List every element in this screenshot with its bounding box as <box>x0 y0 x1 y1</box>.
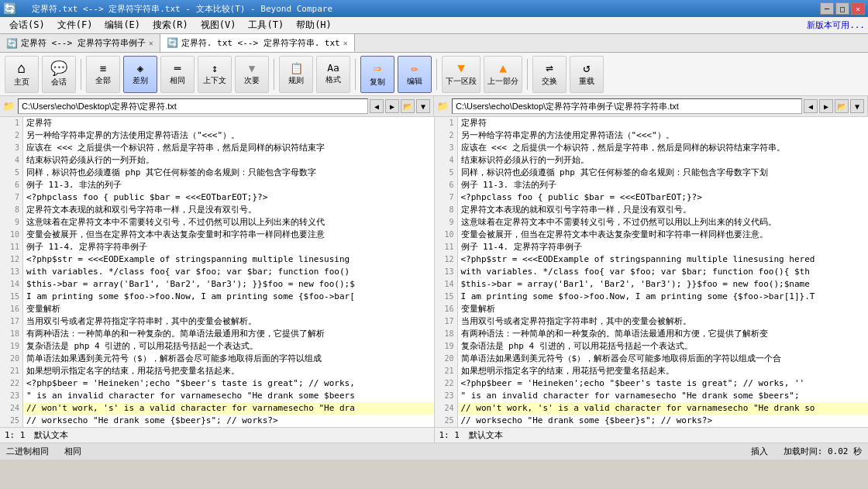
tab-2-label: 定界符. txt <--> 定界符字符串. txt <box>181 37 340 49</box>
bottom-same-status: 相同 <box>64 446 81 457</box>
code-line[interactable]: 同样，标识符也必须遵循 php 其它任何标签的命名规则：只能包含字母数字 <box>23 167 434 179</box>
context-button[interactable]: ↕ 上下文 <box>198 56 232 93</box>
tab-1-close[interactable]: ✕ <box>149 39 153 47</box>
code-line[interactable]: 变量解析 <box>23 303 434 315</box>
code-line[interactable]: 复杂语法是 php 4 引进的，可以用花括号括起一个表达式。 <box>23 340 434 353</box>
same-button[interactable]: ═ 相同 <box>160 56 195 93</box>
rules-button[interactable]: 📋 规则 <box>279 56 313 93</box>
code-line[interactable]: 例子 11-3. 非法的列子 <box>458 179 869 191</box>
code-line[interactable]: I am printing some $foo->foo.Now, I am p… <box>458 291 869 303</box>
menu-help[interactable]: 帮助(H) <box>290 17 338 33</box>
diff-button[interactable]: ◈ 差别 <box>123 56 157 93</box>
next-section-button[interactable]: ▼ 下一区段 <box>442 56 480 93</box>
menu-search[interactable]: 搜索(R) <box>146 17 195 33</box>
all-button[interactable]: ≡ 全部 <box>86 56 120 93</box>
code-line[interactable]: 应该在 <<< 之后提供一个标识符，然后是字符串，然后是同样的标识符结束字符串。 <box>458 142 869 154</box>
line-number: 15 <box>0 291 22 303</box>
code-line[interactable]: <?php$beer = 'Heineken';echo "$beer's ta… <box>458 377 869 390</box>
code-line[interactable]: 定界符 <box>458 117 869 129</box>
code-line[interactable]: <?php$str = <<<EODExample of stringspann… <box>23 253 434 266</box>
code-line[interactable]: 这意味着在定界符文本中不需要转义引号，不过仍然可以用以上列出来的转义代码。 <box>458 216 869 229</box>
reload-button[interactable]: ↺ 重载 <box>570 56 604 93</box>
session-button[interactable]: 💬 会话 <box>42 56 76 93</box>
left-folder-btn[interactable]: 📂 <box>401 99 415 113</box>
left-path-next[interactable]: ▶ <box>385 99 399 113</box>
code-line[interactable]: 定界符 <box>23 117 434 129</box>
code-line[interactable]: 如果想明示指定名字的结束，用花括号把变量名括起来。 <box>458 365 869 377</box>
code-line[interactable]: // won't work, 's' is a valid character … <box>458 402 869 415</box>
code-line[interactable]: <?phpclass foo { public $bar = <<<EOTbar… <box>458 191 869 204</box>
right-path-prev[interactable]: ◀ <box>804 99 818 113</box>
left-code-area[interactable]: 定界符另一种给字符串定界的方法使用定界符语法（"<<<"）。应该在 <<< 之后… <box>23 117 434 427</box>
edit-icon: ✏ <box>411 62 418 74</box>
code-line[interactable]: 结束标识符必须从行的一列开始。 <box>23 154 434 167</box>
menu-file[interactable]: 文件(F) <box>51 17 99 33</box>
right-folder-btn[interactable]: 📂 <box>835 99 849 113</box>
code-line[interactable]: 有两种语法：一种简单的和一种复杂的。简单语法最通用和方便，它提供了解析 <box>23 328 434 340</box>
code-line[interactable]: $this->bar = array('Bar1', 'Bar2', 'Bar3… <box>23 278 434 291</box>
right-code-area[interactable]: 定界符另一种给字符串定界的方法使用定界符语法（"<<<"）。应该在 <<< 之后… <box>458 117 869 427</box>
code-line[interactable]: 定界符文本表现的就和双引号字符串一样，只是没有双引号。 <box>458 204 869 216</box>
code-line[interactable]: 当用双引号或者定界符指定字符串时，其中的变量会被解析。 <box>23 315 434 328</box>
code-line[interactable]: with variables. */class foo{ var $foo; v… <box>23 266 434 278</box>
home-button[interactable]: ⌂ 主页 <box>5 56 39 93</box>
menu-session[interactable]: 会话(S) <box>3 17 51 33</box>
line-number: 4 <box>0 154 22 167</box>
code-line[interactable]: 结束标识符必须从行的一列开始。 <box>458 154 869 167</box>
right-menu-btn[interactable]: ▼ <box>850 99 864 113</box>
copy-button[interactable]: ⇒ 复制 <box>360 56 394 93</box>
code-line[interactable]: // worksecho "He drank some {$beer}s"; /… <box>458 415 869 427</box>
left-path-prev[interactable]: ◀ <box>370 99 384 113</box>
code-line[interactable]: 另一种给字符串定界的方法使用定界符语法（"<<<"）。 <box>23 129 434 142</box>
code-line[interactable]: " is an invalid character for varnamesec… <box>458 390 869 402</box>
code-line[interactable]: 简单语法如果遇到美元符号（$），解析器会尽可能多地取得后面的字符以组成 <box>23 353 434 365</box>
left-menu-btn[interactable]: ▼ <box>416 99 430 113</box>
code-line[interactable]: 同样，标识符也必须遵循 php 其它任何标签的命名规则：只能包含字母数字下划 <box>458 167 869 179</box>
menu-view[interactable]: 视图(V) <box>195 17 243 33</box>
code-line[interactable]: " is an invalid character for varnamesec… <box>23 390 434 402</box>
code-line[interactable]: I am printing some $foo->foo.Now, I am p… <box>23 291 434 303</box>
code-line[interactable]: $this->bar = array('Bar1', 'Bar2', 'Bar3… <box>458 278 869 291</box>
code-line[interactable]: 如果想明示指定名字的结束，用花括号把变量名括起来。 <box>23 365 434 377</box>
code-line[interactable]: <?php$beer = 'Heineken';echo "$beer's ta… <box>23 377 434 390</box>
new-version-notice[interactable]: 新版本可用... <box>807 19 865 31</box>
prev-part-button[interactable]: ▲ 上一部分 <box>484 56 522 93</box>
toolbar-sep-5 <box>527 59 528 90</box>
menu-edit[interactable]: 编辑(E) <box>98 17 146 33</box>
code-line[interactable]: 例子 11-3. 非法的列子 <box>23 179 434 191</box>
code-line[interactable]: 例子 11-4. 定界符字符串例子 <box>23 241 434 253</box>
code-line[interactable]: 当用双引号或者定界符指定字符串时，其中的变量会被解析。 <box>458 315 869 328</box>
left-cursor-pos: 1: 1 <box>5 430 28 440</box>
next-button[interactable]: ▼ 次要 <box>235 56 269 93</box>
edit-button[interactable]: ✏ 编辑 <box>398 56 432 93</box>
tab-2-close[interactable]: ✕ <box>343 39 348 47</box>
code-line[interactable]: <?phpclass foo { public $bar = <<<EOTbar… <box>23 191 434 204</box>
code-line[interactable]: 定界符文本表现的就和双引号字符串一样，只是没有双引号。 <box>23 204 434 216</box>
code-line[interactable]: 复杂语法是 php 4 引进的，可以用花括号括起一个表达式。 <box>458 340 869 353</box>
code-line[interactable]: with variables. */class foo{ var $foo; v… <box>458 266 869 278</box>
tab-2[interactable]: 🔄 定界符. txt <--> 定界符字符串. txt ✕ <box>160 34 355 52</box>
code-line[interactable]: 应该在 <<< 之后提供一个标识符，然后是字符串，然后是同样的标识符结束字 <box>23 142 434 154</box>
right-path-next[interactable]: ▶ <box>819 99 833 113</box>
code-line[interactable]: 简单语法如果遇到美元符号（$），解析器会尽可能多地取得后面的字符以组成一个合 <box>458 353 869 365</box>
format-button[interactable]: Aa 格式 <box>316 56 350 93</box>
code-line[interactable]: 变量解析 <box>458 303 869 315</box>
code-line[interactable]: 有两种语法：一种简单的和一种复杂的。简单语法最通用和方便，它提供了解析变 <box>458 328 869 340</box>
code-line[interactable]: <?php$str = <<<EODExample of stringspann… <box>458 253 869 266</box>
code-line[interactable]: 变量会被展开，但当在定界符文本中表达复杂变量时和字符串一样同样也要注意 <box>23 229 434 241</box>
code-line[interactable]: 这意味着在定界符文本中不需要转义引号，不过仍然可以用以上列出来的转义代 <box>23 216 434 229</box>
close-button[interactable]: ✕ <box>851 2 865 15</box>
home-icon: ⌂ <box>18 61 26 75</box>
code-line[interactable]: // won't work, 's' is a valid character … <box>23 402 434 415</box>
menu-tools[interactable]: 工具(T) <box>242 17 290 33</box>
code-line[interactable]: 例子 11-4. 定界符字符串例子 <box>458 241 869 253</box>
left-path-input[interactable] <box>18 98 368 114</box>
code-line[interactable]: 变量会被展开，但当在定界符文本中表达复杂变量时和字符串一样同样也要注意。 <box>458 229 869 241</box>
maximize-button[interactable]: □ <box>835 2 849 15</box>
minimize-button[interactable]: ─ <box>820 2 834 15</box>
swap-button[interactable]: ⇌ 交换 <box>532 56 567 93</box>
right-path-input[interactable] <box>452 98 802 114</box>
code-line[interactable]: 另一种给字符串定界的方法使用定界符语法（"<<<"）。 <box>458 129 869 142</box>
tab-1[interactable]: 🔄 定界符 <--> 定界符字符串例子 ✕ <box>0 34 160 52</box>
code-line[interactable]: // worksecho "He drank some {$beer}s"; /… <box>23 415 434 427</box>
